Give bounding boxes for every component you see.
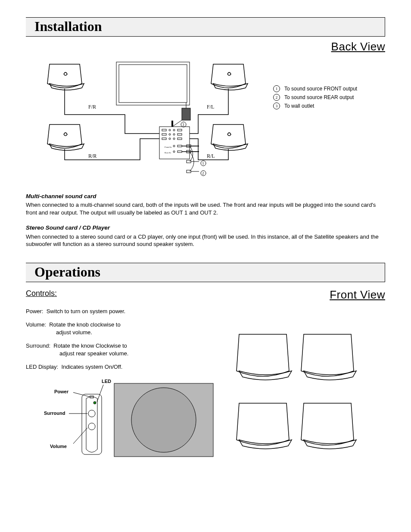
circled-1-icon: 1	[273, 85, 280, 92]
svg-point-11	[169, 134, 171, 135]
svg-text:1: 1	[202, 161, 204, 165]
controls-heading: Controls:	[26, 289, 57, 298]
legend: 1 To sound source FRONT output 2 To soun…	[273, 58, 385, 111]
operations-title: Operations	[34, 264, 100, 280]
svg-point-8	[173, 129, 175, 131]
svg-rect-19	[177, 145, 182, 147]
installation-title: Installation	[34, 19, 102, 34]
controls-column: Power: Switch to turn on system power. V…	[26, 304, 211, 464]
legend-text-3: To wall outlet	[284, 103, 314, 109]
control-volume-text2: adjust volume.	[26, 329, 211, 336]
svg-point-46	[88, 410, 95, 417]
control-volume: Volume: Rotate the knob clockwise to adj…	[26, 321, 211, 336]
svg-line-49	[73, 392, 90, 397]
svg-point-16	[173, 138, 175, 140]
control-led-label: LED Display:	[26, 364, 58, 370]
svg-point-20	[173, 151, 175, 152]
svg-rect-43	[82, 394, 102, 454]
front-speakers-diagram	[228, 304, 385, 456]
svg-point-42	[131, 388, 196, 452]
control-led-text: Indicates system On/Off.	[61, 364, 122, 370]
label-fr: F/R	[88, 104, 96, 110]
svg-rect-9	[177, 129, 182, 131]
svg-line-4	[172, 120, 182, 127]
svg-line-48	[97, 385, 103, 402]
svg-rect-1	[119, 65, 187, 103]
legend-item-2: 2 To sound source REAR output	[273, 94, 385, 101]
circled-2-icon: 2	[273, 94, 280, 101]
svg-text:R/L: R/L	[207, 153, 215, 159]
svg-text:2: 2	[202, 171, 204, 175]
callout-volume: Volume	[50, 444, 67, 449]
stereo-heading: Stereo Sound card / CD Player	[26, 224, 385, 232]
svg-point-15	[169, 138, 171, 140]
callout-surround: Surround	[44, 411, 65, 416]
legend-item-1: 1 To sound source FRONT output	[273, 85, 385, 92]
stereo-body: When connected to a stereo sound card or…	[26, 233, 385, 248]
control-surround-text1: Rotate the know Clockwise to	[53, 342, 127, 349]
multichannel-heading: Multi-channel sound card	[26, 193, 385, 200]
legend-text-1: To sound source FRONT output	[284, 86, 357, 92]
svg-rect-14	[162, 138, 166, 140]
svg-point-12	[173, 134, 175, 135]
operations-title-bar: Operations	[26, 263, 385, 282]
controls-diagram: LED Power Surround Volume	[26, 377, 215, 463]
stereo-block: Stereo Sound card / CD Player When conne…	[26, 224, 385, 248]
legend-text-2: To sound source REAR output	[284, 94, 354, 100]
svg-point-47	[88, 423, 95, 430]
control-volume-text1: Rotate the knob clockwise to	[49, 321, 120, 328]
svg-text:R/R: R/R	[88, 153, 97, 159]
svg-text:3: 3	[182, 122, 184, 127]
legend-item-3: 3 To wall outlet	[273, 103, 385, 109]
control-led: LED Display: Indicates system On/Off.	[26, 363, 211, 371]
control-surround: Surround: Rotate the know Clockwise to a…	[26, 342, 211, 357]
svg-rect-13	[177, 134, 182, 135]
svg-text:Rear In: Rear In	[165, 152, 171, 154]
svg-rect-10	[162, 134, 166, 135]
svg-line-51	[73, 428, 87, 444]
svg-point-45	[93, 401, 96, 404]
svg-rect-6	[162, 129, 166, 131]
svg-rect-21	[177, 151, 182, 152]
callout-power: Power	[54, 389, 69, 394]
control-surround-label: Surround:	[26, 342, 50, 349]
svg-rect-0	[116, 62, 190, 105]
svg-rect-2	[182, 108, 190, 120]
installation-title-bar: Installation	[26, 17, 385, 37]
svg-point-7	[169, 129, 171, 131]
callout-led: LED	[102, 379, 111, 384]
control-power-text: Switch to turn on system power.	[47, 308, 126, 314]
control-volume-label: Volume:	[26, 321, 46, 328]
svg-text:F/L: F/L	[207, 104, 214, 110]
svg-text:Front In: Front In	[165, 146, 172, 148]
svg-rect-5	[159, 127, 190, 159]
svg-point-18	[173, 145, 175, 147]
circled-3-icon: 3	[273, 103, 280, 109]
control-power-label: Power:	[26, 308, 43, 314]
back-view-label: Back View	[26, 40, 385, 53]
control-power: Power: Switch to turn on system power.	[26, 308, 211, 315]
svg-rect-17	[177, 138, 182, 140]
control-surround-text2: adjust rear speaker volume.	[26, 350, 211, 358]
multichannel-block: Multi-channel sound card When connected …	[26, 193, 385, 216]
multichannel-body: When connected to a multi-channel sound …	[26, 201, 385, 216]
front-view-label: Front View	[330, 288, 385, 302]
installation-diagram: Front In Rear In	[26, 58, 273, 188]
